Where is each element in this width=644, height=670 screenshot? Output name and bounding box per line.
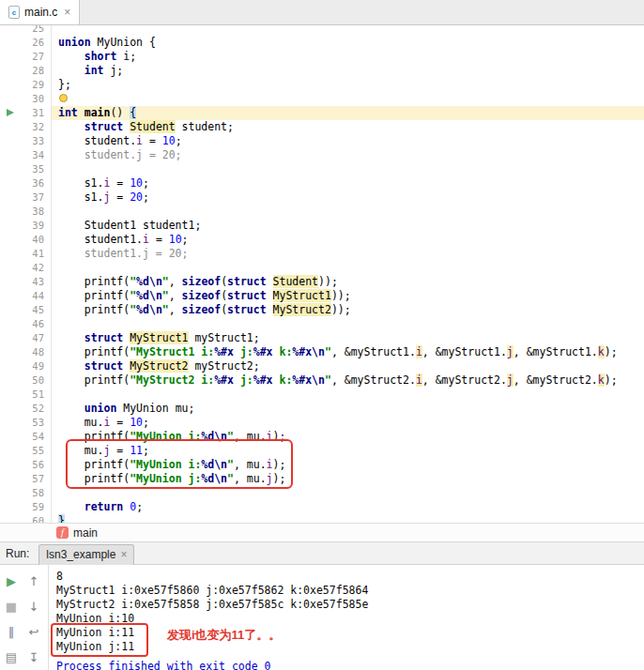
code-text: student1.i = 10; — [52, 233, 644, 247]
code-line[interactable]: 54 printf("MyUnion i:%d\n", mu.i); — [0, 430, 644, 444]
code-text: student.j = 20; — [52, 148, 644, 162]
code-line[interactable]: 43 printf("%d\n", sizeof(struct Student)… — [0, 275, 644, 289]
code-line[interactable]: 45 printf("%d\n", sizeof(struct MyStruct… — [0, 303, 644, 317]
code-line[interactable]: 60} — [0, 514, 644, 523]
line-number[interactable]: 54 — [0, 430, 52, 444]
code-line[interactable]: 37 s1.j = 20; — [0, 190, 644, 205]
line-number[interactable]: 35 — [0, 162, 52, 176]
code-line[interactable]: 38 — [0, 205, 644, 219]
line-number[interactable]: 30 — [0, 92, 52, 106]
code-line[interactable]: 47 struct MyStruct1 myStruct1; — [0, 331, 644, 345]
line-number[interactable]: 46 — [0, 317, 52, 331]
code-line[interactable]: 59 return 0; — [0, 500, 644, 514]
run-tab-lsn3-example[interactable]: lsn3_example × — [38, 544, 134, 565]
line-number[interactable]: 57 — [0, 472, 52, 486]
line-number[interactable]: 31 — [0, 106, 52, 120]
code-line[interactable]: 33 student.i = 10; — [0, 134, 644, 148]
line-number[interactable]: 52 — [0, 402, 52, 416]
line-number[interactable]: 58 — [0, 486, 52, 500]
line-number[interactable]: 32 — [0, 120, 52, 134]
line-number[interactable]: 29 — [0, 78, 52, 92]
console-line: 8 — [56, 570, 644, 584]
code-line[interactable]: 48 printf("MyStruct1 i:%#x j:%#x k:%#x\n… — [0, 345, 644, 359]
code-text — [52, 388, 644, 402]
code-line[interactable]: 44 printf("%d\n", sizeof(struct MyStruct… — [0, 289, 644, 303]
intention-bulb-icon[interactable] — [59, 94, 68, 102]
console-line: MyStruct2 i:0xe57f5858 j:0xe57f585c k:0x… — [56, 598, 644, 612]
pause-output-button-icon[interactable]: ‖ — [8, 626, 15, 638]
clear-all-button-icon[interactable]: ▤ — [6, 651, 17, 663]
soft-wrap-button-icon[interactable]: ↩ — [29, 626, 39, 638]
tab-close-icon[interactable]: × — [64, 6, 70, 19]
code-line[interactable]: 50 printf("MyStruct2 i:%#x j:%#x k:%#x\n… — [0, 373, 644, 388]
line-number[interactable]: 27 — [0, 50, 52, 64]
down-stack-button-icon[interactable]: ↓ — [29, 601, 39, 613]
code-line[interactable]: 36 s1.i = 10; — [0, 176, 644, 190]
code-line[interactable]: 27 short i; — [0, 50, 644, 64]
line-number[interactable]: 33 — [0, 134, 52, 148]
ide-window: c main.c × 2526union MyUnion {27 short i… — [0, 0, 644, 670]
code-line[interactable]: 51 — [0, 388, 644, 402]
breadcrumb-item-main[interactable]: main — [73, 526, 98, 540]
code-line[interactable]: 49 struct MyStruct2 myStruct2; — [0, 359, 644, 373]
run-tab-close-icon[interactable]: × — [120, 548, 127, 561]
rerun-button-icon[interactable]: ▶ — [7, 575, 16, 587]
line-number[interactable]: 49 — [0, 359, 52, 373]
code-line[interactable]: 30 — [0, 92, 644, 106]
stop-button-icon[interactable]: ■ — [6, 601, 17, 613]
code-line[interactable]: 57 printf("MyUnion j:%d\n", mu.j); — [0, 472, 644, 486]
line-number[interactable]: 36 — [0, 176, 52, 190]
line-number[interactable]: 55 — [0, 444, 52, 458]
line-number[interactable]: 51 — [0, 388, 52, 402]
line-number[interactable]: 25 — [0, 25, 52, 36]
code-line[interactable]: 46 — [0, 317, 644, 331]
line-number[interactable]: 53 — [0, 416, 52, 430]
line-number[interactable]: 60 — [0, 514, 52, 523]
code-line[interactable]: 32 struct Student student; — [0, 120, 644, 134]
code-line[interactable]: 34 student.j = 20; — [0, 148, 644, 162]
code-line[interactable]: 55 mu.j = 11; — [0, 444, 644, 458]
code-line[interactable]: 28 int j; — [0, 64, 644, 78]
code-editor[interactable]: 2526union MyUnion {27 short i;28 int j;2… — [0, 25, 644, 523]
c-file-icon: c — [8, 6, 20, 19]
code-line[interactable]: 25 — [0, 25, 644, 36]
code-line[interactable]: 39 Student1 student1; — [0, 219, 644, 233]
line-number[interactable]: 34 — [0, 148, 52, 162]
console-annotation-text: 发现i也变为11了。。 — [167, 627, 281, 644]
code-line[interactable]: 41 student1.j = 20; — [0, 247, 644, 261]
line-number[interactable]: 40 — [0, 233, 52, 247]
console-output[interactable]: 8MyStruct1 i:0xe57f5860 j:0xe57f5862 k:0… — [49, 565, 644, 670]
line-number[interactable]: 37 — [0, 190, 52, 205]
code-line[interactable]: 40 student1.i = 10; — [0, 233, 644, 247]
line-number[interactable]: 56 — [0, 458, 52, 472]
run-console: ▶↑■↓‖↩▤↧ 8MyStruct1 i:0xe57f5860 j:0xe57… — [0, 565, 644, 670]
code-line[interactable]: 29}; — [0, 78, 644, 92]
scroll-to-end-button-icon[interactable]: ↧ — [29, 651, 39, 663]
code-line[interactable]: 53 mu.i = 10; — [0, 416, 644, 430]
line-number[interactable]: 38 — [0, 205, 52, 219]
line-number[interactable]: 48 — [0, 345, 52, 359]
line-number[interactable]: 42 — [0, 261, 52, 275]
code-line[interactable]: 52 union MyUnion mu; — [0, 402, 644, 416]
code-line[interactable]: 42 — [0, 261, 644, 275]
code-line[interactable]: 35 — [0, 162, 644, 176]
code-line[interactable]: 31int main() { — [0, 106, 644, 120]
run-line-icon[interactable] — [7, 109, 14, 116]
line-number[interactable]: 45 — [0, 303, 52, 317]
code-line[interactable]: 58 — [0, 486, 644, 500]
line-number[interactable]: 28 — [0, 64, 52, 78]
line-number[interactable]: 43 — [0, 275, 52, 289]
line-number[interactable]: 50 — [0, 373, 52, 388]
line-number[interactable]: 26 — [0, 36, 52, 50]
line-number[interactable]: 44 — [0, 289, 52, 303]
function-icon: f — [56, 526, 69, 539]
line-number[interactable]: 39 — [0, 219, 52, 233]
line-number[interactable]: 47 — [0, 331, 52, 345]
tab-main-c[interactable]: c main.c × — [0, 0, 80, 24]
code-line[interactable]: 56 printf("MyUnion i:%d\n", mu.i); — [0, 458, 644, 472]
code-line[interactable]: 26union MyUnion { — [0, 36, 644, 50]
up-stack-button-icon[interactable]: ↑ — [29, 575, 39, 587]
line-number[interactable]: 41 — [0, 247, 52, 261]
console-line: MyUnion i:11 — [56, 626, 644, 640]
line-number[interactable]: 59 — [0, 500, 52, 514]
